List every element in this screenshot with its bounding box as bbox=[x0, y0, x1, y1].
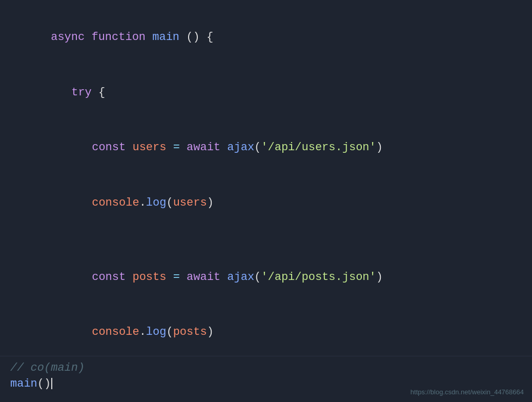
text-cursor bbox=[51, 378, 52, 389]
code-line-4: console.log(users) bbox=[10, 176, 522, 230]
code-line-3: const users = await ajax('/api/users.jso… bbox=[10, 120, 522, 175]
code-line-1: async function main () { bbox=[10, 10, 522, 65]
code-line-6: const posts = await ajax('/api/posts.jso… bbox=[10, 250, 522, 304]
comment-line: // co(main) bbox=[10, 361, 522, 374]
code-content: async function main () { try { const use… bbox=[0, 10, 532, 402]
code-line-7: console.log(posts) bbox=[10, 305, 522, 359]
code-editor: async function main () { try { const use… bbox=[0, 0, 532, 402]
watermark: https://blog.csdn.net/weixin_44768664 bbox=[411, 388, 524, 396]
code-line-2: try { bbox=[10, 66, 522, 120]
code-line-5 bbox=[10, 231, 522, 249]
